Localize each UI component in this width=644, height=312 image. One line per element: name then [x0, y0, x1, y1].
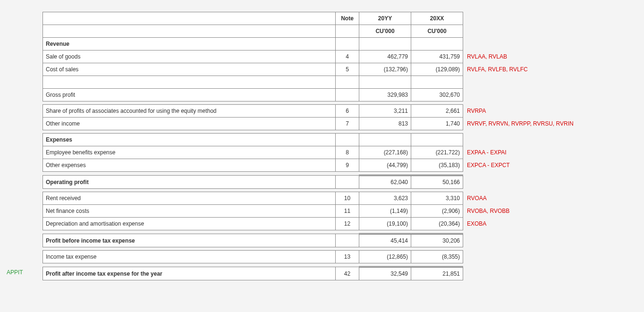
annotation: EXPCA - EXPCT — [463, 159, 633, 172]
note: 6 — [336, 105, 359, 118]
value-xx: 3,310 — [411, 192, 463, 205]
label-revenue: Revenue — [43, 38, 336, 51]
label: Sale of goods — [43, 51, 336, 63]
annotation — [463, 267, 633, 280]
annotation-blank — [463, 25, 633, 38]
header-yy-unit: CU'000 — [359, 25, 411, 38]
label: Income tax expense — [43, 251, 336, 263]
page: APPIT Note 20YY 20XX CU'000 CU'000 — [0, 0, 644, 312]
value-yy: (1,149) — [359, 205, 411, 218]
label: Share of profits of associates accounted… — [43, 105, 336, 118]
value-xx: (35,183) — [411, 159, 463, 172]
label: Profit before income tax expense — [43, 234, 336, 247]
header-row-2: CU'000 CU'000 — [43, 25, 633, 38]
annotation: RVOAA — [463, 192, 633, 205]
header-note: Note — [336, 12, 359, 25]
label: Gross profit — [43, 89, 336, 101]
label: Cost of sales — [43, 63, 336, 76]
label: Rent received — [43, 192, 336, 205]
row-depreciation-amortisation: Depreciation and amortisation expense 12… — [43, 218, 633, 230]
row-employee-benefits: Employee benefits expense 8 (227,168) (2… — [43, 146, 633, 159]
cell — [336, 76, 359, 89]
value-xx: (8,355) — [411, 251, 463, 263]
cell — [359, 76, 411, 89]
row-revenue-header: Revenue — [43, 38, 633, 51]
annotation — [463, 89, 633, 101]
row-sale-of-goods: Sale of goods 4 462,779 431,759 RVLAA, R… — [43, 51, 633, 63]
cell — [336, 134, 359, 146]
value-yy: 3,623 — [359, 192, 411, 205]
cell — [411, 38, 463, 51]
row-other-income: Other income 7 813 1,740 RVRVF, RVRVN, R… — [43, 118, 633, 130]
value-yy: 813 — [359, 118, 411, 130]
income-statement-table-wrap: Note 20YY 20XX CU'000 CU'000 Revenue — [42, 12, 633, 280]
value-xx: (221,722) — [411, 146, 463, 159]
annotation-blank — [463, 12, 633, 25]
note: 4 — [336, 51, 359, 63]
annotation: RVRPA — [463, 105, 633, 118]
row-profit-before-tax: Profit before income tax expense 45,414 … — [43, 234, 633, 247]
value-xx: 50,166 — [411, 176, 463, 189]
row-gross-profit: Gross profit 329,983 302,670 — [43, 89, 633, 101]
header-note-blank — [336, 25, 359, 38]
row-expenses-header: Expenses — [43, 134, 633, 146]
value-yy: (19,100) — [359, 218, 411, 230]
annotation — [463, 176, 633, 189]
cell — [336, 234, 359, 247]
row-income-tax-expense: Income tax expense 13 (12,865) (8,355) — [43, 251, 633, 263]
row-profit-after-tax: Profit after income tax expense for the … — [43, 267, 633, 280]
note: 11 — [336, 205, 359, 218]
label: Other income — [43, 118, 336, 130]
note: 10 — [336, 192, 359, 205]
cell — [359, 38, 411, 51]
note: 42 — [336, 267, 359, 280]
annotation: RVOBA, RVOBB — [463, 205, 633, 218]
header-xx: 20XX — [411, 12, 463, 25]
note: 7 — [336, 118, 359, 130]
note: 12 — [336, 218, 359, 230]
row-cost-of-sales: Cost of sales 5 (132,796) (129,089) RVLF… — [43, 63, 633, 76]
annotation — [463, 38, 633, 51]
label: Depreciation and amortisation expense — [43, 218, 336, 230]
cell — [411, 134, 463, 146]
value-yy: (132,796) — [359, 63, 411, 76]
value-yy: 329,983 — [359, 89, 411, 101]
left-annotation: APPIT — [7, 269, 23, 276]
value-yy: 462,779 — [359, 51, 411, 63]
value-xx: (2,906) — [411, 205, 463, 218]
value-xx: (129,089) — [411, 63, 463, 76]
cell — [336, 176, 359, 189]
value-yy: (227,168) — [359, 146, 411, 159]
value-xx: 2,661 — [411, 105, 463, 118]
note: 8 — [336, 146, 359, 159]
value-xx: 30,206 — [411, 234, 463, 247]
label: Net finance costs — [43, 205, 336, 218]
cell — [43, 76, 336, 89]
value-yy: 3,211 — [359, 105, 411, 118]
cell — [411, 76, 463, 89]
header-blank-2 — [43, 25, 336, 38]
label: Other expenses — [43, 159, 336, 172]
label-expenses: Expenses — [43, 134, 336, 146]
annotation: RVRVF, RVRVN, RVRPP, RVRSU, RVRIN — [463, 118, 633, 130]
note: 9 — [336, 159, 359, 172]
value-yy: 32,549 — [359, 267, 411, 280]
cell — [336, 89, 359, 101]
value-xx: 1,740 — [411, 118, 463, 130]
label: Employee benefits expense — [43, 146, 336, 159]
cell — [336, 38, 359, 51]
row-net-finance-costs: Net finance costs 11 (1,149) (2,906) RVO… — [43, 205, 633, 218]
label: Profit after income tax expense for the … — [43, 267, 336, 280]
annotation: EXPAA - EXPAI — [463, 146, 633, 159]
cell — [359, 134, 411, 146]
row-blank — [43, 76, 633, 89]
note: 5 — [336, 63, 359, 76]
row-other-expenses: Other expenses 9 (44,799) (35,183) EXPCA… — [43, 159, 633, 172]
row-share-associates: Share of profits of associates accounted… — [43, 105, 633, 118]
header-row-1: Note 20YY 20XX — [43, 12, 633, 25]
value-xx: (20,364) — [411, 218, 463, 230]
annotation: RVLFA, RVLFB, RVLFC — [463, 63, 633, 76]
annotation: EXOBA — [463, 218, 633, 230]
row-rent-received: Rent received 10 3,623 3,310 RVOAA — [43, 192, 633, 205]
note: 13 — [336, 251, 359, 263]
